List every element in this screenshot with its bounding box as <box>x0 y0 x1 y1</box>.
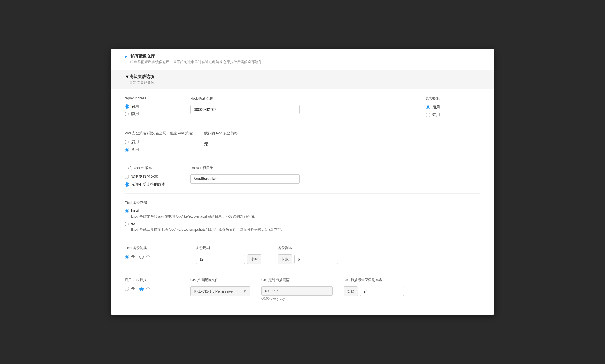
cis-report-copies-group: CIS 扫描报告保留副本数 份数 <box>344 278 404 296</box>
etcd-rotation-yes-radio[interactable] <box>125 255 129 259</box>
row-docker: 主机 Docker 版本 需要支持的版本 允许不受支持的版本 Docker 根目… <box>125 159 480 194</box>
nginx-enable-option[interactable]: 启用 <box>125 104 179 109</box>
cis-report-copies-unit: 份数 <box>344 286 358 296</box>
etcd-s3-row: s3 <box>125 222 480 226</box>
row-cis: 启用 CIS 扫描 是 否 CIS 扫描配置文件 RKE-CIS-1.5 Per… <box>125 271 480 307</box>
backup-copies-unit: 份数 <box>278 254 292 264</box>
etcd-s3-option[interactable]: s3 <box>125 222 135 226</box>
nginx-ingress-radio-group: 启用 禁用 <box>125 104 179 117</box>
main-window: ▶ 私有镜像仓库 给集群配置私有镜像仓库，当开始构建集群时会通过此镜像仓库拉取所… <box>111 49 494 315</box>
cis-report-copies-label: CIS 扫描报告保留副本数 <box>344 278 404 282</box>
cis-interval-group: CIS 定时扫描间隔 00:00 every day <box>261 278 333 301</box>
etcd-storage-options: local Etcd 备份文件只保存在本地 /opt/rke/etcd-snap… <box>125 209 480 232</box>
pod-security-enable-option[interactable]: 启用 <box>125 140 193 145</box>
cis-config-select: RKE-CIS-1.5 Permissive ▼ <box>190 286 250 296</box>
row-etcd-rotation: Etcd 备份轮换 是 否 备份周期 小时 <box>125 239 480 271</box>
backup-copies-group: 备份副本 份数 <box>278 245 338 264</box>
etcd-rotation-no-option[interactable]: 否 <box>139 254 150 259</box>
docker-root-label: Docker 根目录 <box>190 166 480 171</box>
pod-security-policy-label: Pod 安全策略 (需先在全局下创建 Pod 策略) <box>125 131 193 136</box>
backup-cycle-input[interactable] <box>196 255 245 264</box>
advanced-cluster-subtitle: 自定义集群参数。 <box>129 80 158 85</box>
etcd-s3-desc: Etcd 备份工具将在本地 /opt/rke/etcd-snapshots/ 目… <box>131 227 480 232</box>
backup-cycle-label: 备份周期 <box>196 245 261 250</box>
etcd-local-option[interactable]: local <box>125 209 139 213</box>
content-area: Nginx Ingress 启用 禁用 NodePort 范围 <box>111 89 494 315</box>
etcd-local-desc: Etcd 备份文件只保存在本地 /opt/rke/etcd-snapshots/… <box>131 214 480 219</box>
nodeport-input[interactable] <box>190 105 300 114</box>
pod-security-disable-option[interactable]: 禁用 <box>125 147 193 152</box>
cis-interval-label: CIS 定时扫描间隔 <box>261 278 333 282</box>
cis-interval-input <box>261 286 333 296</box>
pod-security-policy-group: Pod 安全策略 (需先在全局下创建 Pod 策略) 启用 禁用 <box>125 131 193 152</box>
cis-scan-radio-group: 是 否 <box>125 286 179 291</box>
backup-copies-input-group: 份数 <box>278 254 338 264</box>
pod-security-radio-group: 启用 禁用 <box>125 140 193 152</box>
monitor-disable-option[interactable]: 禁用 <box>426 112 480 117</box>
etcd-s3-radio[interactable] <box>125 222 129 226</box>
backup-copies-input[interactable] <box>294 255 338 264</box>
backup-cycle-unit: 小时 <box>247 254 261 264</box>
etcd-local-radio[interactable] <box>125 209 129 213</box>
nginx-ingress-label: Nginx Ingress <box>125 96 179 100</box>
etcd-rotation-no-radio[interactable] <box>139 255 144 259</box>
monitor-enable-radio[interactable] <box>426 105 430 109</box>
private-registry-section: ▶ 私有镜像仓库 给集群配置私有镜像仓库，当开始构建集群时会通过此镜像仓库拉取所… <box>111 49 494 70</box>
docker-required-option[interactable]: 需要支持的版本 <box>125 174 179 179</box>
cis-config-arrow-icon: ▼ <box>243 289 247 294</box>
advanced-cluster-title: 高级集群选项 <box>129 74 158 79</box>
cis-interval-hint: 00:00 every day <box>261 297 333 301</box>
cis-config-value: RKE-CIS-1.5 Permissive <box>194 289 243 293</box>
default-pod-security-label: 默认的 Pod 安全策略 <box>204 131 480 136</box>
advanced-cluster-section-header[interactable]: ▼ 高级集群选项 自定义集群参数。 <box>111 70 494 89</box>
cis-scan-no-radio[interactable] <box>139 287 144 291</box>
default-pod-security-value: 无 <box>204 140 480 149</box>
monitor-label: 监控指标 <box>426 96 480 101</box>
cis-config-label: CIS 扫描配置文件 <box>190 278 250 282</box>
docker-required-radio[interactable] <box>125 175 129 179</box>
nginx-disable-option[interactable]: 禁用 <box>125 112 179 117</box>
docker-version-label: 主机 Docker 版本 <box>125 166 179 171</box>
cis-scan-group: 启用 CIS 扫描 是 否 <box>125 278 179 291</box>
etcd-rotation-radio-group: 是 否 <box>125 254 179 259</box>
private-registry-arrow[interactable]: ▶ <box>125 54 128 59</box>
monitor-disable-radio[interactable] <box>426 113 430 117</box>
nginx-ingress-group: Nginx Ingress 启用 禁用 <box>125 96 179 117</box>
row-pod-security: Pod 安全策略 (需先在全局下创建 Pod 策略) 启用 禁用 默认的 Pod… <box>125 124 480 159</box>
private-registry-subtitle: 给集群配置私有镜像仓库，当开始构建集群时会通过此镜像仓库拉取所需的全部镜像。 <box>130 60 266 65</box>
private-registry-title: 私有镜像仓库 <box>130 54 266 59</box>
nginx-enable-radio[interactable] <box>125 104 129 109</box>
etcd-rotation-label: Etcd 备份轮换 <box>125 245 179 250</box>
docker-version-radio-group: 需要支持的版本 允许不受支持的版本 <box>125 174 179 187</box>
cis-scan-no-option[interactable]: 否 <box>139 286 150 291</box>
cis-report-copies-input <box>360 287 404 296</box>
pod-security-enable-radio[interactable] <box>125 140 129 144</box>
docker-root-input[interactable] <box>190 174 300 184</box>
nodeport-group: NodePort 范围 <box>190 96 415 117</box>
cis-scan-yes-option[interactable]: 是 <box>125 286 135 291</box>
cis-scan-yes-radio[interactable] <box>125 287 129 291</box>
backup-cycle-group: 备份周期 小时 <box>196 245 261 264</box>
etcd-rotation-yes-option[interactable]: 是 <box>125 254 135 259</box>
backup-copies-label: 备份副本 <box>278 245 338 250</box>
row-nginx-nodeport-monitor: Nginx Ingress 启用 禁用 NodePort 范围 <box>125 89 480 124</box>
monitor-group: 监控指标 启用 禁用 <box>426 96 480 117</box>
advanced-cluster-arrow[interactable]: ▼ <box>125 74 129 79</box>
docker-allow-radio[interactable] <box>125 182 129 187</box>
docker-version-group: 主机 Docker 版本 需要支持的版本 允许不受支持的版本 <box>125 166 179 187</box>
monitor-enable-option[interactable]: 启用 <box>426 105 480 110</box>
pod-security-disable-radio[interactable] <box>125 148 129 152</box>
monitor-radio-group: 启用 禁用 <box>426 105 480 117</box>
etcd-storage-section: Etcd 备份存储 local Etcd 备份文件只保存在本地 /opt/rke… <box>125 194 480 239</box>
default-pod-security-group: 默认的 Pod 安全策略 无 <box>204 131 480 152</box>
cis-report-copies-input-group: 份数 <box>344 286 404 296</box>
etcd-local-row: local <box>125 209 480 213</box>
backup-cycle-input-group: 小时 <box>196 254 261 264</box>
cis-scan-label: 启用 CIS 扫描 <box>125 278 179 282</box>
nginx-disable-radio[interactable] <box>125 112 129 116</box>
docker-allow-option[interactable]: 允许不受支持的版本 <box>125 182 179 187</box>
etcd-rotation-group: Etcd 备份轮换 是 否 <box>125 245 179 259</box>
docker-root-group: Docker 根目录 <box>190 166 480 187</box>
nodeport-label: NodePort 范围 <box>190 96 415 101</box>
cis-interval-cron: 00:00 every day <box>261 286 333 301</box>
